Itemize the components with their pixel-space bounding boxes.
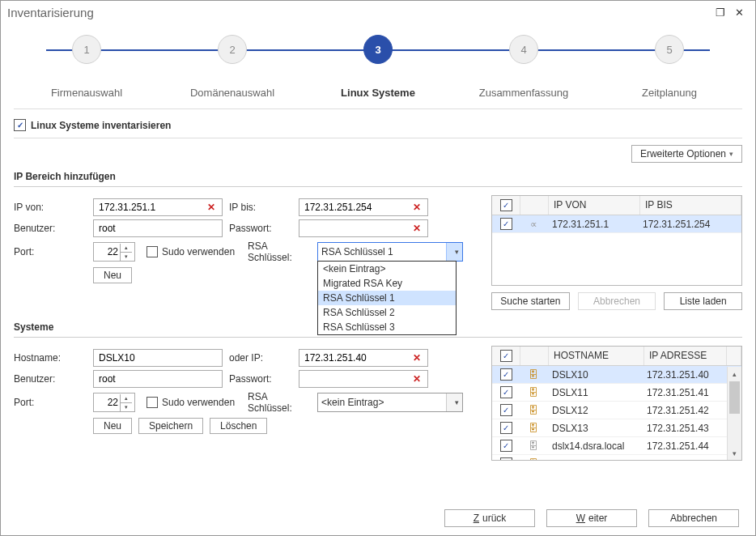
cell-ipvon: 172.31.251.1 [547, 216, 638, 232]
sudo-checkbox[interactable]: Sudo verwenden [147, 246, 235, 257]
password-input[interactable]: ✕ [299, 219, 428, 237]
clear-icon[interactable]: ✕ [410, 373, 424, 385]
ip-to-input[interactable]: ✕ [299, 198, 428, 216]
cell-hostname: DSLX10 [547, 367, 642, 383]
rsa-label: RSA Schlüssel: [248, 240, 311, 263]
cell-ip: 172.31.251.43 [642, 420, 728, 436]
table-row[interactable]: ✓🗄DSLX13172.31.251.43 [492, 419, 741, 437]
scroll-up-icon[interactable]: ▴ [728, 367, 741, 381]
step-dot: 1 [72, 35, 101, 64]
extended-options-button[interactable]: Erweiterte Optionen ▾ [631, 145, 742, 163]
row-checkbox[interactable]: ✓ [492, 419, 520, 436]
rsa-key-dropdown-list: <kein Eintrag>Migrated RSA KeyRSA Schlüs… [317, 261, 457, 335]
start-search-button[interactable]: Suche starten [491, 292, 570, 310]
wizard-step-label: Firmenauswahl [18, 87, 155, 99]
wizard-step-label: Domänenauswahl [164, 87, 301, 99]
back-button[interactable]: Zurück [444, 509, 535, 527]
save-system-button[interactable]: Speichern [138, 418, 203, 434]
col-ipbis: IP BIS [640, 196, 741, 215]
user-label: Benutzer: [14, 223, 87, 234]
clear-icon[interactable]: ✕ [410, 352, 424, 364]
wizard-step-3[interactable]: 3 [309, 35, 447, 64]
row-checkbox[interactable]: ✓ [492, 455, 520, 461]
row-checkbox[interactable]: ✓ [492, 437, 520, 454]
hostname-input[interactable] [93, 349, 223, 367]
chevron-down-icon: ▾ [446, 393, 462, 411]
clear-icon[interactable]: ✕ [204, 202, 219, 213]
table-row[interactable]: ✓🗄DSLX15172.31.251.45 [492, 455, 741, 461]
rsa-key-dropdown[interactable]: RSA Schlüssel 1 ▾ <kein Eintrag>Migrated… [317, 242, 463, 262]
table-row[interactable]: ✓🗄DSLX12172.31.251.42 [492, 402, 741, 419]
next-button[interactable]: Weiter [546, 509, 637, 527]
port-label: Port: [14, 246, 87, 257]
new-rsa-button[interactable]: Neu [93, 267, 132, 283]
ip-from-label: IP von: [14, 202, 87, 213]
rsa-key-dropdown-systems[interactable]: <kein Eintrag> ▾ [317, 393, 463, 412]
user-input[interactable] [93, 219, 223, 237]
port-stepper[interactable]: ▴▾ [93, 242, 135, 262]
stepper-down-icon[interactable]: ▾ [121, 403, 132, 411]
cell-ip: 172.31.251.40 [642, 367, 728, 383]
step-dot: 3 [363, 35, 393, 64]
rsa-label: RSA Schlüssel: [248, 391, 311, 414]
or-ip-input[interactable]: ✕ [299, 349, 428, 367]
col-ipvon: IP VON [549, 196, 640, 215]
server-icon: 🗄 [520, 438, 547, 454]
or-ip-label: oder IP: [229, 352, 292, 364]
row-checkbox[interactable]: ✓ [492, 215, 520, 232]
port-stepper[interactable]: ▴▾ [93, 393, 135, 412]
table-row[interactable]: ✓🗄DSLX10172.31.251.40 [492, 366, 741, 384]
new-system-button[interactable]: Neu [93, 418, 132, 434]
user-input[interactable] [93, 370, 223, 388]
checkbox-icon: ✓ [14, 119, 26, 131]
table-row[interactable]: ✓∝172.31.251.1172.31.251.254 [492, 215, 741, 233]
inventory-linux-label: Linux Systeme inventarisieren [31, 120, 171, 131]
wizard-step-2[interactable]: 2 [164, 35, 301, 64]
clear-icon[interactable]: ✕ [410, 202, 424, 213]
wizard-step-5[interactable]: 5 [601, 35, 738, 64]
server-warn-icon: 🗄 [520, 420, 547, 436]
stepper-up-icon[interactable]: ▴ [121, 394, 132, 403]
wizard-step-1[interactable]: 1 [18, 35, 155, 64]
wizard-footer: Zurück Weiter Abbrechen [444, 509, 739, 527]
stepper-up-icon[interactable]: ▴ [121, 244, 132, 253]
col-ip: IP ADRESSE [644, 347, 727, 365]
header-checkbox[interactable]: ✓ [492, 347, 520, 365]
step-dot: 4 [509, 35, 538, 64]
share-icon: ∝ [520, 216, 547, 232]
wizard-step-4[interactable]: 4 [455, 35, 592, 64]
scrollbar[interactable]: ▴ ▾ [727, 367, 741, 460]
server-warn-icon: 🗄 [520, 385, 547, 401]
step-dot: 5 [655, 35, 684, 64]
password-label: Passwort: [229, 223, 292, 234]
scroll-down-icon[interactable]: ▾ [728, 446, 741, 460]
maximize-button[interactable]: ❐ [711, 6, 730, 19]
ip-range-table: ✓ IP VON IP BIS ✓∝172.31.251.1172.31.251… [491, 195, 742, 286]
ip-from-input[interactable]: ✕ [93, 198, 223, 216]
stepper-down-icon[interactable]: ▾ [121, 253, 132, 261]
cancel-button[interactable]: Abbrechen [648, 509, 739, 527]
header-checkbox[interactable]: ✓ [492, 196, 520, 215]
rsa-option[interactable]: RSA Schlüssel 3 [318, 320, 456, 334]
table-row[interactable]: ✓🗄DSLX11172.31.251.41 [492, 384, 741, 402]
inventory-linux-checkbox[interactable]: ✓ Linux Systeme inventarisieren [14, 119, 171, 131]
cell-ipbis: 172.31.251.254 [638, 216, 741, 232]
clear-icon[interactable]: ✕ [410, 223, 424, 234]
load-list-button[interactable]: Liste laden [664, 292, 742, 310]
scroll-thumb[interactable] [729, 381, 740, 414]
rsa-option[interactable]: <kein Eintrag> [318, 262, 456, 276]
table-header: ✓ HOSTNAME IP ADRESSE [492, 347, 741, 366]
password-input[interactable]: ✕ [299, 370, 428, 388]
table-row[interactable]: ✓🗄dslx14.dsra.local172.31.251.44 [492, 437, 741, 455]
wizard-stepper: 12345 [14, 35, 742, 80]
rsa-option[interactable]: Migrated RSA Key [318, 276, 456, 291]
titlebar: Inventarisierung ❐ ✕ [1, 1, 755, 23]
row-checkbox[interactable]: ✓ [492, 402, 520, 419]
delete-system-button[interactable]: Löschen [210, 418, 267, 434]
sudo-checkbox[interactable]: Sudo verwenden [147, 397, 235, 408]
row-checkbox[interactable]: ✓ [492, 384, 520, 401]
rsa-option[interactable]: RSA Schlüssel 2 [318, 305, 456, 320]
row-checkbox[interactable]: ✓ [492, 366, 520, 383]
rsa-option[interactable]: RSA Schlüssel 1 [318, 291, 456, 305]
close-window-button[interactable]: ✕ [730, 6, 749, 19]
